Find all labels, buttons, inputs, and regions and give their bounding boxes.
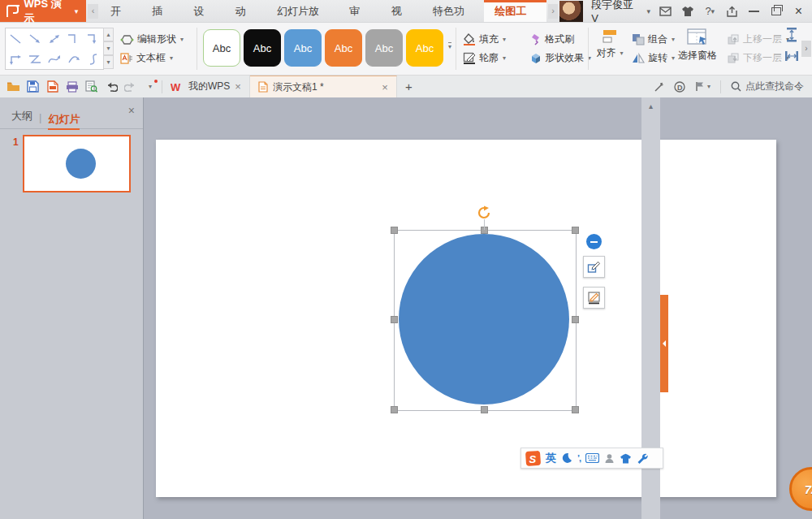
resize-handle-nw[interactable] <box>391 227 398 234</box>
shape-zigzag-icon[interactable] <box>25 49 45 69</box>
score-badge[interactable]: 72 <box>789 467 812 511</box>
shape-style-white[interactable]: Abc <box>203 29 240 67</box>
send-backward-button[interactable]: 下移一层▾ <box>728 51 789 65</box>
minimize-button[interactable] <box>747 4 761 19</box>
moon-icon[interactable] <box>561 452 572 464</box>
wand-icon[interactable] <box>653 81 664 93</box>
shape-curved-connector-icon[interactable] <box>64 49 84 69</box>
resize-handle-s[interactable] <box>481 406 488 413</box>
close-button[interactable]: × <box>792 4 806 19</box>
resize-handle-sw[interactable] <box>391 406 398 413</box>
tab-drawing-tools[interactable]: 绘图工具 <box>484 0 546 22</box>
edit-shape-button[interactable]: 编辑形状▾ <box>120 32 184 46</box>
wps-logo-button[interactable]: WPS 演示 ▾ <box>0 0 86 22</box>
shape-double-arrow-icon[interactable] <box>45 28 64 49</box>
tab-design[interactable]: 设计 <box>183 0 224 22</box>
flag-menu-button[interactable]: ▾ <box>695 81 710 92</box>
open-folder-icon[interactable] <box>6 80 20 93</box>
tab-view[interactable]: 视图 <box>380 0 421 22</box>
restore-button[interactable] <box>769 4 783 19</box>
tab-document-1[interactable]: 演示文稿1 * × <box>250 76 397 98</box>
tab-slides[interactable]: 幻灯片 <box>48 112 80 130</box>
gallery-scroll-up-button[interactable]: ▴ <box>103 28 114 41</box>
gallery-more-button[interactable]: ▾ <box>103 55 114 69</box>
shape-elbow-connector-icon[interactable] <box>64 28 84 49</box>
task-pane-toggle[interactable] <box>660 295 668 392</box>
tab-animation[interactable]: 动画 <box>225 0 266 22</box>
quick-style-button[interactable] <box>583 256 605 278</box>
punctuation-toggle[interactable]: ’, <box>577 453 581 463</box>
save-icon[interactable] <box>26 80 40 93</box>
shape-elbow-arrow-icon[interactable] <box>84 28 103 49</box>
new-tab-button[interactable]: + <box>397 80 421 93</box>
scroll-up-icon[interactable]: ▴ <box>641 97 660 110</box>
close-tab-icon[interactable]: × <box>235 80 241 93</box>
tab-my-wps[interactable]: W 我的WPS × <box>162 76 250 97</box>
customize-toolbar-button[interactable]: ▾ <box>143 80 157 93</box>
shape-s-curve-icon[interactable] <box>84 49 103 69</box>
tab-special-features[interactable]: 特色功能 <box>422 0 485 22</box>
resize-handle-ne[interactable] <box>572 227 579 234</box>
shape-effects-button[interactable]: 形状效果▾ <box>529 51 591 65</box>
outline-button[interactable]: 轮廓▾ <box>463 51 506 65</box>
tab-home[interactable]: 开始 <box>100 0 141 22</box>
skin-store-icon[interactable] <box>680 4 694 19</box>
resize-handle-se[interactable] <box>572 406 579 413</box>
shape-style-yellow[interactable]: Abc <box>406 29 443 67</box>
help-button[interactable]: ?▾ <box>703 4 717 19</box>
format-painter-button[interactable]: 格式刷 <box>529 32 591 46</box>
command-search[interactable]: 点此查找命令 <box>731 80 804 93</box>
style-gallery-more-button[interactable]: ▾ <box>448 42 451 51</box>
shape-style-orange[interactable]: Abc <box>325 29 362 67</box>
shape-style-gray[interactable]: Abc <box>365 29 403 67</box>
collapse-quick-tools-button[interactable] <box>586 234 602 249</box>
shape-elbow-double-arrow-icon[interactable] <box>6 49 25 69</box>
tab-outline[interactable]: 大纲 <box>11 109 32 123</box>
rotation-handle-icon[interactable] <box>477 205 491 220</box>
distribute-horizontal-icon[interactable] <box>784 48 799 64</box>
print-icon[interactable] <box>65 80 79 93</box>
ime-language-toggle[interactable]: 英 <box>546 451 556 465</box>
user-mode-icon[interactable] <box>604 453 615 464</box>
slide-thumbnail[interactable] <box>23 135 131 192</box>
rotate-button[interactable]: 旋转▾ <box>632 51 675 65</box>
close-tab-icon[interactable]: × <box>382 81 388 93</box>
print-preview-icon[interactable] <box>84 80 98 93</box>
ribbon-scroll-right-button[interactable]: › <box>801 41 811 57</box>
fill-button[interactable]: 填充▾ <box>463 32 506 46</box>
sogou-logo-icon[interactable]: S <box>525 451 541 466</box>
resize-handle-e[interactable] <box>572 316 579 323</box>
shape-curve-arrow-icon[interactable] <box>45 49 64 69</box>
export-pdf-icon[interactable] <box>45 80 59 93</box>
user-name[interactable]: 段宇俊亚V <box>591 0 638 24</box>
distribute-vertical-icon[interactable] <box>784 27 799 43</box>
tab-scroll-right-button[interactable]: › <box>548 4 559 19</box>
tab-review[interactable]: 审阅 <box>339 0 380 22</box>
message-icon[interactable] <box>659 4 672 19</box>
shape-style-blue[interactable]: Abc <box>284 29 322 67</box>
text-box-button[interactable]: 文本框▾ <box>120 51 184 65</box>
group-button[interactable]: 组合▾ <box>632 32 675 46</box>
shape-style-black[interactable]: Abc <box>244 29 281 67</box>
shape-line-icon[interactable] <box>6 28 25 49</box>
shape-arrow-icon[interactable] <box>25 28 45 49</box>
quick-outline-button[interactable] <box>583 287 605 309</box>
tab-slideshow[interactable]: 幻灯片放映 <box>266 0 339 22</box>
wrench-icon[interactable] <box>637 452 648 464</box>
resize-handle-w[interactable] <box>391 316 398 323</box>
close-panel-icon[interactable]: × <box>128 104 135 117</box>
gallery-scroll-down-button[interactable]: ▾ <box>103 41 114 55</box>
collapse-ribbon-button[interactable]: ‹ <box>88 4 98 19</box>
keyboard-icon[interactable] <box>585 453 599 463</box>
redo-icon[interactable] <box>123 80 137 93</box>
docer-icon[interactable]: D <box>674 81 685 93</box>
tab-insert[interactable]: 插入 <box>141 0 183 22</box>
avatar[interactable] <box>559 1 583 22</box>
editing-canvas[interactable] <box>144 97 785 519</box>
undo-icon[interactable] <box>104 80 118 93</box>
align-button[interactable]: 对齐▾ <box>593 28 627 60</box>
skin-icon[interactable] <box>620 453 632 464</box>
selection-pane-button[interactable]: 选择窗格 <box>672 27 723 63</box>
bring-forward-button[interactable]: 上移一层▾ <box>728 32 789 46</box>
upload-share-icon[interactable] <box>725 4 739 19</box>
